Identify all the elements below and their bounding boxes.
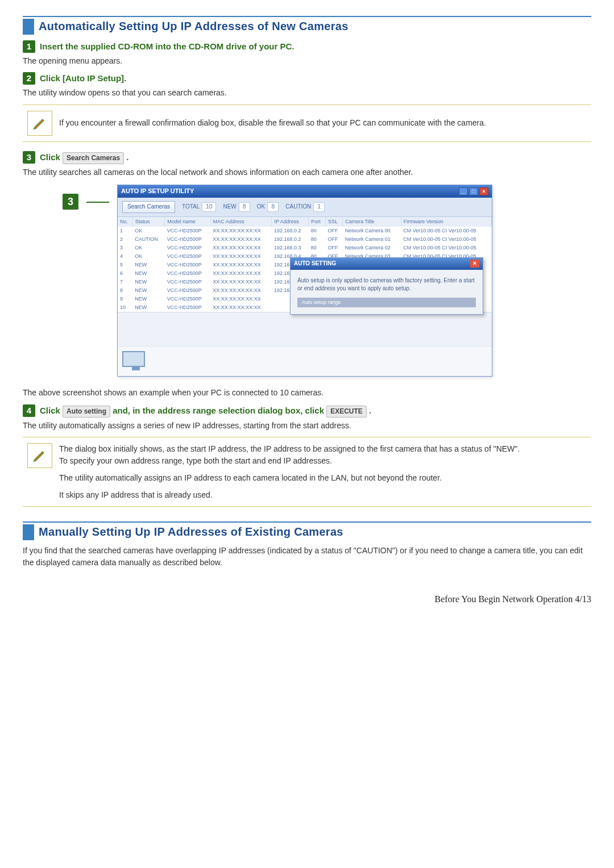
step-1-row: 1 Insert the supplied CD-ROM into the CD… (23, 40, 591, 53)
cell-ssl: OFF (325, 244, 342, 252)
cell-ip: 192.168.0.2 (272, 235, 309, 244)
cell-mac: XX:XX:XX:XX:XX:XX (210, 269, 272, 278)
cell-no: 9 (118, 295, 132, 303)
maximize-icon[interactable]: □ (469, 187, 478, 195)
step-4-mid: and, in the address range selection dial… (113, 406, 326, 415)
note-box-2: The dialog box initially shows, as the s… (23, 437, 591, 507)
total-value: 10 (202, 202, 216, 212)
step-1-number: 1 (23, 40, 35, 53)
cell-fw: CM Ver10.00-05 CI Ver10.00-05 (401, 227, 491, 235)
cell-status: NEW (132, 278, 165, 286)
ok-value: 8 (267, 202, 279, 212)
page-footer: Before You Begin Network Operation 4/13 (434, 592, 591, 606)
cell-no: 7 (118, 278, 132, 286)
note-2-item-1: The utility automatically assigns an IP … (59, 472, 587, 483)
th-no: No. (118, 217, 132, 227)
pencil-icon (27, 443, 52, 468)
cell-status: OK (132, 227, 165, 235)
cell-mac: XX:XX:XX:XX:XX:XX (210, 286, 272, 295)
cell-status: OK (132, 244, 165, 252)
cell-model: VCC-HD2500P (165, 303, 210, 312)
cell-title: Network Camera 00 (343, 227, 401, 235)
step-3-prefix: Click (40, 152, 63, 162)
section-title-manual: Manually Setting Up IP Addresses of Exis… (39, 524, 343, 540)
cell-mac: XX:XX:XX:XX:XX:XX (210, 244, 272, 252)
step-4-suffix: . (369, 406, 371, 415)
th-title: Camera Title (343, 217, 401, 227)
cell-mac: XX:XX:XX:XX:XX:XX (210, 252, 272, 261)
dialog-range-label: Auto setup range (297, 298, 476, 307)
cell-no: 1 (118, 227, 132, 235)
dialog-message: Auto setup is only applied to cameras wi… (297, 277, 476, 293)
th-ip: IP Address (272, 217, 309, 227)
search-cameras-inline-button: Search Cameras (63, 152, 124, 164)
cell-title: Network Camera 01 (343, 235, 401, 244)
note-2-item-0: The dialog box initially shows, as the s… (59, 443, 587, 466)
cell-status: NEW (132, 286, 165, 295)
step-4-title: Click Auto setting and, in the address r… (40, 404, 371, 418)
cell-ssl: OFF (325, 235, 342, 244)
cell-no: 2 (118, 235, 132, 244)
cell-ip: 192.168.0.2 (272, 227, 309, 235)
cell-no: 10 (118, 303, 132, 312)
th-fw: Firmware Version (401, 217, 491, 227)
cell-status: OK (132, 252, 165, 261)
step-4-body: The utility automatically assigns a seri… (23, 420, 591, 431)
callout-line (86, 202, 109, 203)
cell-status: NEW (132, 261, 165, 269)
cell-model: VCC-HD2500P (165, 261, 210, 269)
step-4-prefix: Click (40, 406, 63, 415)
section-header-manual: Manually Setting Up IP Addresses of Exis… (23, 521, 591, 540)
th-status: Status (132, 217, 165, 227)
cell-title: Network Camera 02 (343, 244, 401, 252)
screenshot-caption: The above screenshot shows an example wh… (23, 387, 591, 398)
cell-fw: CM Ver10.00-05 CI Ver10.00-05 (401, 235, 491, 244)
total-label: TOTAL (182, 203, 200, 211)
cell-ip: 192.168.0.3 (272, 244, 309, 252)
utility-toolbar: Search Cameras TOTAL10 NEW8 OK8 CAUTION1 (118, 198, 492, 217)
note-2-item-2: It skips any IP address that is already … (59, 489, 587, 500)
cell-port: 80 (309, 235, 326, 244)
note-2-list: The dialog box initially shows, as the s… (59, 443, 587, 500)
auto-setting-dialog: AUTO SETTING × Auto setup is only applie… (290, 257, 483, 315)
table-row[interactable]: 2CAUTIONVCC-HD2500PXX:XX:XX:XX:XX:XX192.… (118, 235, 492, 244)
monitor-icon (122, 351, 150, 372)
caution-value: 1 (313, 202, 325, 212)
cell-no: 8 (118, 286, 132, 295)
dialog-title: AUTO SETTING (294, 260, 336, 268)
cell-status: NEW (132, 269, 165, 278)
cell-status: NEW (132, 295, 165, 303)
note-box-1: If you encounter a firewall confirmation… (23, 105, 591, 142)
note-1-text: If you encounter a firewall confirmation… (59, 117, 587, 128)
step-2-row: 2 Click [Auto IP Setup]. (23, 72, 591, 85)
minimize-icon[interactable]: _ (459, 187, 468, 195)
search-cameras-button[interactable]: Search Cameras (122, 201, 175, 213)
step-3-body: The utility searches all cameras on the … (23, 166, 591, 178)
cell-no: 6 (118, 269, 132, 278)
cell-fw: CM Ver10.00-05 CI Ver10.00-05 (401, 244, 491, 252)
cell-model: VCC-HD2500P (165, 235, 210, 244)
cell-mac: XX:XX:XX:XX:XX:XX (210, 227, 272, 235)
step-1-body: The opening menu appears. (23, 55, 591, 66)
table-row[interactable]: 3OKVCC-HD2500PXX:XX:XX:XX:XX:XX192.168.0… (118, 244, 492, 252)
close-icon[interactable]: × (479, 187, 488, 195)
cell-port: 80 (309, 227, 326, 235)
cell-mac: XX:XX:XX:XX:XX:XX (210, 303, 272, 312)
step-2-title: Click [Auto IP Setup]. (40, 72, 126, 85)
utility-window-title: AUTO IP SETUP UTILITY (121, 187, 194, 196)
cell-port: 80 (309, 244, 326, 252)
step-3-title: Click Search Cameras . (40, 151, 128, 164)
th-mac: MAC Address (210, 217, 272, 227)
dialog-close-icon[interactable]: × (470, 260, 479, 268)
auto-setting-inline-button: Auto setting (63, 406, 110, 418)
th-model: Model name (165, 217, 210, 227)
new-label: NEW (223, 203, 236, 211)
step-3-number: 3 (23, 151, 35, 164)
execute-inline-button: EXECUTE (326, 406, 367, 418)
table-row[interactable]: 1OKVCC-HD2500PXX:XX:XX:XX:XX:XX192.168.0… (118, 227, 492, 235)
caution-label: CAUTION (285, 203, 311, 211)
cell-mac: XX:XX:XX:XX:XX:XX (210, 235, 272, 244)
section-title-auto: Automatically Setting Up IP Addresses of… (39, 18, 349, 35)
step-3-row: 3 Click Search Cameras . (23, 151, 591, 164)
section-tab (23, 524, 34, 540)
